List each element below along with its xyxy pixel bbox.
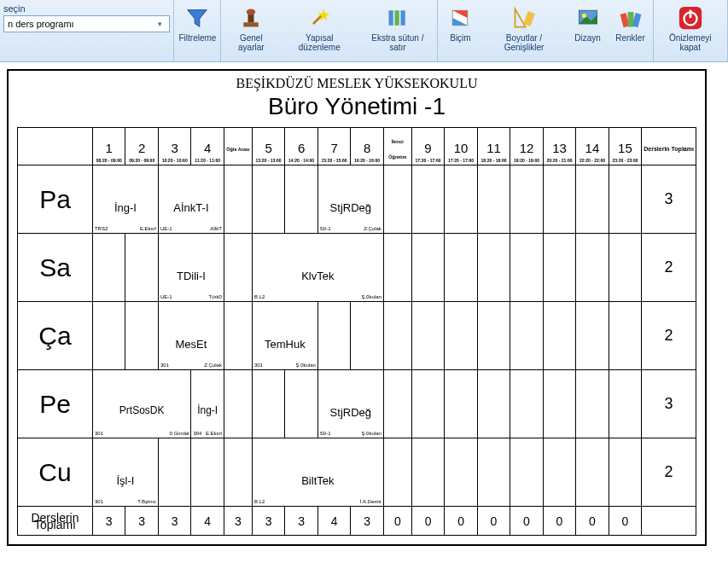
empty-cell [642, 507, 696, 536]
day-label: Ça [18, 302, 93, 370]
general-label: Genel ayarlar [225, 33, 277, 52]
col-total: 0 [383, 507, 411, 536]
footer-label: Derslerin Toplamı [18, 507, 93, 536]
day-label: Pa [18, 165, 93, 234]
department-title: Büro Yönetimi -1 [17, 93, 696, 120]
chevron-down-icon: ▾ [154, 18, 166, 30]
day-row-ca: Ça MesEt 301 Z.Çolak TemHuk 301 Ş.0kulan… [18, 302, 696, 370]
lesson-cell[interactable]: BiltTek B L2 İ.K.Demir [252, 438, 383, 507]
col-total: 0 [411, 507, 444, 536]
lesson-cell[interactable]: KlvTek B L2 Ş.0kulan [252, 234, 383, 302]
svg-point-3 [247, 9, 256, 15]
lesson-cell[interactable]: StjRDeğ S0-1 Ş.0kulan [317, 370, 383, 438]
row-total: 3 [642, 165, 696, 234]
schedule-dropdown[interactable]: n ders programı ▾ [3, 15, 170, 32]
close-label: Önizlemeyi kapat [658, 33, 723, 52]
lesson-cell[interactable]: StjRDeğ S0-1 Z.Çolak [317, 165, 383, 234]
day-row-cu: Cu İşl-I 301 T.Bştrnc BiltTek B L2 İ.K.D… [18, 438, 696, 507]
svg-rect-1 [244, 22, 259, 26]
period-header: 209:20 - 09:60 [125, 128, 158, 165]
lesson-cell[interactable]: MesEt 301 Z.Çolak [158, 302, 224, 370]
period-header: 1017:20 - 17:60 [445, 128, 477, 165]
svg-marker-12 [515, 9, 525, 27]
row-total: 3 [642, 370, 696, 438]
empty-cell [285, 165, 317, 234]
break-header: İkinci Öğretim [383, 128, 411, 165]
ribbon-toolbar: seçin n ders programı ▾ Filtreleme Genel… [0, 0, 728, 62]
total-header: Derslerin Toplamı [642, 128, 696, 165]
period-header: 513:20 - 13:60 [252, 128, 284, 165]
period-header: 917:20 - 17:60 [411, 128, 444, 165]
schedule-table: 108:20 - 09:00 209:20 - 09:60 310:20 - 1… [17, 127, 696, 536]
group-format: Biçim Boyutlar / Genişlikler Dizayn Renk… [438, 0, 653, 61]
row-total: 2 [642, 302, 696, 370]
close-preview-button[interactable]: Önizlemeyi kapat [655, 2, 726, 60]
sizes-label: Boyutlar / Genişlikler [485, 33, 562, 52]
swatches-icon [617, 4, 644, 32]
design-label: Dizayn [574, 33, 601, 43]
stamp-icon [237, 4, 265, 32]
group-filter: Filtreleme [174, 0, 221, 61]
lesson-cell[interactable]: İng-I TRS2 E.Eksrl [92, 165, 158, 234]
col-total: 0 [609, 507, 641, 536]
col-total: 0 [576, 507, 609, 536]
filter-label: Filtreleme [178, 33, 216, 43]
col-total: 3 [285, 507, 317, 536]
school-title: BEŞİKDÜZÜ MESLEK YÜKSEKOKULU [17, 76, 696, 91]
period-header: 1320:20 - 21:60 [543, 128, 575, 165]
day-row-pe: Pe PrtSosDK 301 0.Gürdal İng-I 304 E.Eks… [18, 370, 696, 438]
colors-label: Renkler [615, 33, 644, 43]
extra-label: Ekstra sütun / satır [362, 33, 433, 52]
col-total: 0 [445, 507, 477, 536]
design-button[interactable]: Dizayn [567, 2, 609, 60]
day-label: Sa [18, 234, 93, 302]
lesson-cell[interactable]: TemHuk 301 Ş.0kulan [252, 302, 317, 370]
day-row-sa: Sa TDili-I UE-1 Türk0 KlvTek B L2 Ş.0kul… [18, 234, 696, 302]
row-total: 2 [642, 438, 696, 507]
svg-rect-8 [400, 10, 405, 26]
col-total: 3 [158, 507, 190, 536]
extra-col-row-button[interactable]: Ekstra sütun / satır [358, 2, 436, 60]
picture-icon [574, 4, 602, 32]
power-icon [677, 4, 704, 32]
svg-rect-7 [394, 10, 399, 26]
general-settings-button[interactable]: Genel ayarlar [222, 2, 280, 60]
col-total: 3 [92, 507, 125, 536]
col-total: 3 [252, 507, 284, 536]
wand-icon [306, 4, 333, 32]
col-total: 3 [224, 507, 252, 536]
svg-marker-0 [188, 10, 207, 27]
format-button[interactable]: Biçim [439, 2, 481, 60]
group-settings: Genel ayarlar Yapısal düzenleme Ekstra s… [221, 0, 438, 61]
lesson-cell[interactable]: PrtSosDK 301 0.Gürdal [92, 370, 190, 438]
format-icon [446, 4, 474, 32]
format-label: Biçim [450, 33, 470, 43]
structural-edit-button[interactable]: Yapısal düzenleme [280, 2, 358, 60]
empty-cell [224, 165, 252, 234]
col-total: 0 [543, 507, 575, 536]
dropdown-value: n ders programı [8, 19, 74, 29]
period-header: 614:20 - 14:60 [285, 128, 317, 165]
col-total: 3 [351, 507, 383, 536]
empty-cell [252, 165, 284, 234]
lesson-cell[interactable]: TDili-I UE-1 Türk0 [158, 234, 224, 302]
lesson-cell[interactable]: AİnkT-I UE-1 AİlkT [158, 165, 224, 234]
period-header: 1523:20 - 23:60 [609, 128, 641, 165]
empty-cell [383, 165, 411, 234]
filter-button[interactable]: Filtreleme [175, 2, 219, 60]
left-panel: seçin n ders programı ▾ [0, 0, 174, 61]
period-header: 816:20 - 16:60 [351, 128, 383, 165]
col-total: 0 [477, 507, 510, 536]
select-label: seçin [3, 3, 170, 14]
header-row: 108:20 - 09:00 209:20 - 09:60 310:20 - 1… [18, 128, 696, 165]
period-header: 108:20 - 09:00 [92, 128, 125, 165]
break-header: Öğle Arası [224, 128, 252, 165]
colors-button[interactable]: Renkler [609, 2, 652, 60]
footer-row: Derslerin Toplamı 3 3 3 4 3 3 3 4 3 0 0 … [18, 507, 696, 536]
structural-label: Yapısal düzenleme [283, 33, 355, 52]
lesson-cell[interactable]: İşl-I 301 T.Bştrnc [92, 438, 158, 507]
sizes-button[interactable]: Boyutlar / Genişlikler [481, 2, 566, 60]
ruler-icon [510, 4, 538, 32]
col-total: 4 [191, 507, 224, 536]
lesson-cell[interactable]: İng-I 304 E.Eksrl [191, 370, 224, 438]
